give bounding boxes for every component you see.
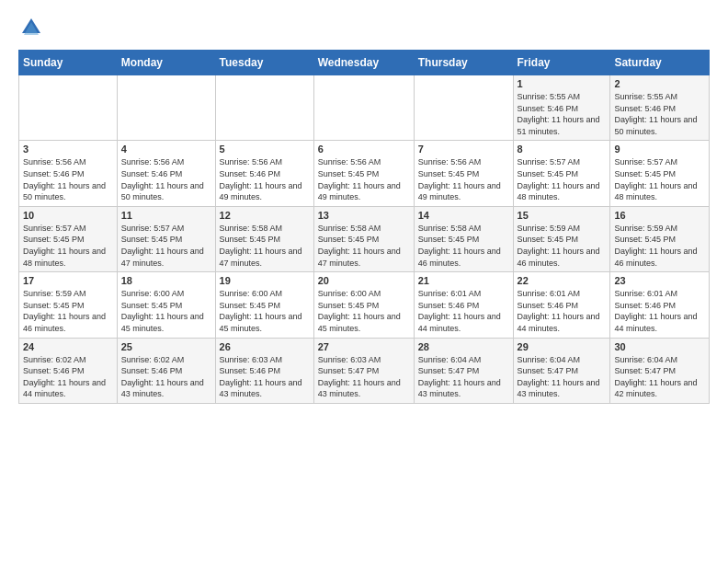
calendar-cell: 22Sunrise: 6:01 AM Sunset: 5:46 PM Dayli… (513, 272, 610, 338)
day-info: Sunrise: 6:00 AM Sunset: 5:45 PM Dayligh… (220, 288, 310, 334)
calendar-table: SundayMondayTuesdayWednesdayThursdayFrid… (18, 50, 710, 404)
header (18, 15, 710, 40)
calendar-cell: 21Sunrise: 6:01 AM Sunset: 5:46 PM Dayli… (414, 272, 513, 338)
calendar-cell: 16Sunrise: 5:59 AM Sunset: 5:45 PM Dayli… (610, 206, 710, 271)
calendar-cell: 18Sunrise: 6:00 AM Sunset: 5:45 PM Dayli… (117, 272, 215, 338)
calendar-cell: 17Sunrise: 5:59 AM Sunset: 5:45 PM Dayli… (19, 272, 118, 338)
day-info: Sunrise: 5:57 AM Sunset: 5:45 PM Dayligh… (121, 223, 211, 269)
day-number: 15 (518, 210, 607, 221)
day-number: 21 (418, 275, 509, 286)
calendar-cell: 23Sunrise: 6:01 AM Sunset: 5:46 PM Dayli… (610, 272, 710, 338)
day-number: 18 (121, 275, 211, 286)
weekday-header: Tuesday (215, 51, 313, 75)
day-number: 27 (318, 341, 410, 352)
day-number: 16 (614, 210, 705, 221)
day-number: 4 (121, 144, 211, 155)
day-info: Sunrise: 6:01 AM Sunset: 5:46 PM Dayligh… (418, 288, 509, 334)
weekday-header: Monday (117, 51, 215, 75)
day-info: Sunrise: 5:55 AM Sunset: 5:46 PM Dayligh… (518, 91, 607, 137)
day-number: 7 (418, 144, 509, 155)
calendar-cell (414, 75, 513, 141)
day-info: Sunrise: 6:04 AM Sunset: 5:47 PM Dayligh… (518, 354, 607, 400)
weekday-header: Saturday (610, 51, 710, 75)
calendar-week-row: 10Sunrise: 5:57 AM Sunset: 5:45 PM Dayli… (19, 206, 710, 271)
logo (18, 15, 48, 40)
calendar-cell: 10Sunrise: 5:57 AM Sunset: 5:45 PM Dayli… (19, 206, 118, 271)
day-number: 28 (418, 341, 509, 352)
day-info: Sunrise: 5:56 AM Sunset: 5:46 PM Dayligh… (23, 156, 113, 202)
day-number: 26 (220, 341, 310, 352)
day-info: Sunrise: 5:59 AM Sunset: 5:45 PM Dayligh… (614, 223, 705, 269)
day-number: 5 (220, 144, 310, 155)
calendar-cell: 12Sunrise: 5:58 AM Sunset: 5:45 PM Dayli… (215, 206, 313, 271)
day-number: 24 (23, 341, 113, 352)
calendar-week-row: 17Sunrise: 5:59 AM Sunset: 5:45 PM Dayli… (19, 272, 710, 338)
day-number: 9 (614, 144, 705, 155)
calendar-cell: 20Sunrise: 6:00 AM Sunset: 5:45 PM Dayli… (313, 272, 414, 338)
day-info: Sunrise: 5:58 AM Sunset: 5:45 PM Dayligh… (418, 223, 509, 269)
day-info: Sunrise: 5:59 AM Sunset: 5:45 PM Dayligh… (518, 223, 607, 269)
day-number: 19 (220, 275, 310, 286)
calendar-cell: 27Sunrise: 6:03 AM Sunset: 5:47 PM Dayli… (313, 338, 414, 403)
calendar-cell: 4Sunrise: 5:56 AM Sunset: 5:46 PM Daylig… (117, 141, 215, 206)
calendar-cell (313, 75, 414, 141)
day-number: 23 (614, 275, 705, 286)
logo-icon (18, 15, 44, 40)
calendar-cell: 24Sunrise: 6:02 AM Sunset: 5:46 PM Dayli… (19, 338, 118, 403)
calendar-week-row: 24Sunrise: 6:02 AM Sunset: 5:46 PM Dayli… (19, 338, 710, 403)
weekday-header: Wednesday (313, 51, 414, 75)
calendar-cell (19, 75, 118, 141)
calendar-header-row: SundayMondayTuesdayWednesdayThursdayFrid… (19, 51, 710, 75)
day-info: Sunrise: 6:01 AM Sunset: 5:46 PM Dayligh… (518, 288, 607, 334)
calendar-week-row: 1Sunrise: 5:55 AM Sunset: 5:46 PM Daylig… (19, 75, 710, 141)
day-number: 14 (418, 210, 509, 221)
weekday-header: Thursday (414, 51, 513, 75)
day-number: 20 (318, 275, 410, 286)
calendar-cell (117, 75, 215, 141)
calendar-cell: 28Sunrise: 6:04 AM Sunset: 5:47 PM Dayli… (414, 338, 513, 403)
calendar-cell: 8Sunrise: 5:57 AM Sunset: 5:45 PM Daylig… (513, 141, 610, 206)
calendar-cell: 13Sunrise: 5:58 AM Sunset: 5:45 PM Dayli… (313, 206, 414, 271)
calendar-cell: 25Sunrise: 6:02 AM Sunset: 5:46 PM Dayli… (117, 338, 215, 403)
calendar-cell: 5Sunrise: 5:56 AM Sunset: 5:46 PM Daylig… (215, 141, 313, 206)
calendar-cell: 29Sunrise: 6:04 AM Sunset: 5:47 PM Dayli… (513, 338, 610, 403)
calendar-cell: 7Sunrise: 5:56 AM Sunset: 5:45 PM Daylig… (414, 141, 513, 206)
calendar-cell: 11Sunrise: 5:57 AM Sunset: 5:45 PM Dayli… (117, 206, 215, 271)
day-number: 8 (518, 144, 607, 155)
page: SundayMondayTuesdayWednesdayThursdayFrid… (0, 0, 728, 419)
day-info: Sunrise: 5:56 AM Sunset: 5:46 PM Dayligh… (220, 156, 310, 202)
day-info: Sunrise: 5:57 AM Sunset: 5:45 PM Dayligh… (518, 156, 607, 202)
day-number: 2 (614, 78, 705, 89)
calendar-cell: 19Sunrise: 6:00 AM Sunset: 5:45 PM Dayli… (215, 272, 313, 338)
day-info: Sunrise: 5:56 AM Sunset: 5:45 PM Dayligh… (418, 156, 509, 202)
day-info: Sunrise: 5:57 AM Sunset: 5:45 PM Dayligh… (614, 156, 705, 202)
day-info: Sunrise: 5:58 AM Sunset: 5:45 PM Dayligh… (318, 223, 410, 269)
day-number: 25 (121, 341, 211, 352)
calendar-cell: 6Sunrise: 5:56 AM Sunset: 5:45 PM Daylig… (313, 141, 414, 206)
day-info: Sunrise: 6:04 AM Sunset: 5:47 PM Dayligh… (418, 354, 509, 400)
day-info: Sunrise: 6:00 AM Sunset: 5:45 PM Dayligh… (121, 288, 211, 334)
weekday-header: Friday (513, 51, 610, 75)
day-info: Sunrise: 6:02 AM Sunset: 5:46 PM Dayligh… (121, 354, 211, 400)
day-info: Sunrise: 6:03 AM Sunset: 5:46 PM Dayligh… (220, 354, 310, 400)
day-info: Sunrise: 6:01 AM Sunset: 5:46 PM Dayligh… (614, 288, 705, 334)
day-number: 13 (318, 210, 410, 221)
day-number: 12 (220, 210, 310, 221)
day-number: 6 (318, 144, 410, 155)
day-number: 29 (518, 341, 607, 352)
day-info: Sunrise: 5:56 AM Sunset: 5:45 PM Dayligh… (318, 156, 410, 202)
day-info: Sunrise: 5:55 AM Sunset: 5:46 PM Dayligh… (614, 91, 705, 137)
calendar-week-row: 3Sunrise: 5:56 AM Sunset: 5:46 PM Daylig… (19, 141, 710, 206)
day-number: 30 (614, 341, 705, 352)
day-number: 17 (23, 275, 113, 286)
day-info: Sunrise: 6:00 AM Sunset: 5:45 PM Dayligh… (318, 288, 410, 334)
day-number: 22 (518, 275, 607, 286)
day-number: 10 (23, 210, 113, 221)
calendar-cell: 2Sunrise: 5:55 AM Sunset: 5:46 PM Daylig… (610, 75, 710, 141)
day-number: 11 (121, 210, 211, 221)
weekday-header: Sunday (19, 51, 118, 75)
day-info: Sunrise: 6:04 AM Sunset: 5:47 PM Dayligh… (614, 354, 705, 400)
day-info: Sunrise: 5:59 AM Sunset: 5:45 PM Dayligh… (23, 288, 113, 334)
day-number: 1 (518, 78, 607, 89)
day-info: Sunrise: 6:03 AM Sunset: 5:47 PM Dayligh… (318, 354, 410, 400)
